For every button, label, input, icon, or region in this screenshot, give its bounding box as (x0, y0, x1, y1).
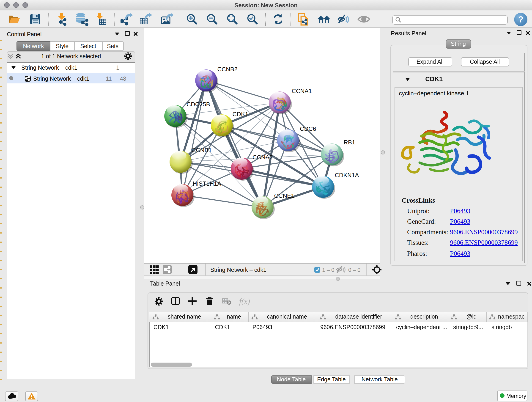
svg-text:CDC25B: CDC25B (186, 101, 210, 108)
svg-text:CCNA1: CCNA1 (292, 88, 312, 95)
svg-text:CCNB1: CCNB1 (191, 147, 212, 153)
svg-text:CCNE1: CCNE1 (274, 192, 294, 199)
svg-text:RB1: RB1 (344, 139, 355, 146)
svg-text:CDK1: CDK1 (232, 111, 248, 118)
svg-text:CDC6: CDC6 (300, 125, 316, 132)
svg-text:HIST1H1A: HIST1H1A (193, 180, 221, 187)
svg-text:CCNA2: CCNA2 (253, 154, 273, 161)
svg-text:CDKN1A: CDKN1A (335, 172, 359, 179)
svg-text:CCNB2: CCNB2 (217, 66, 237, 73)
